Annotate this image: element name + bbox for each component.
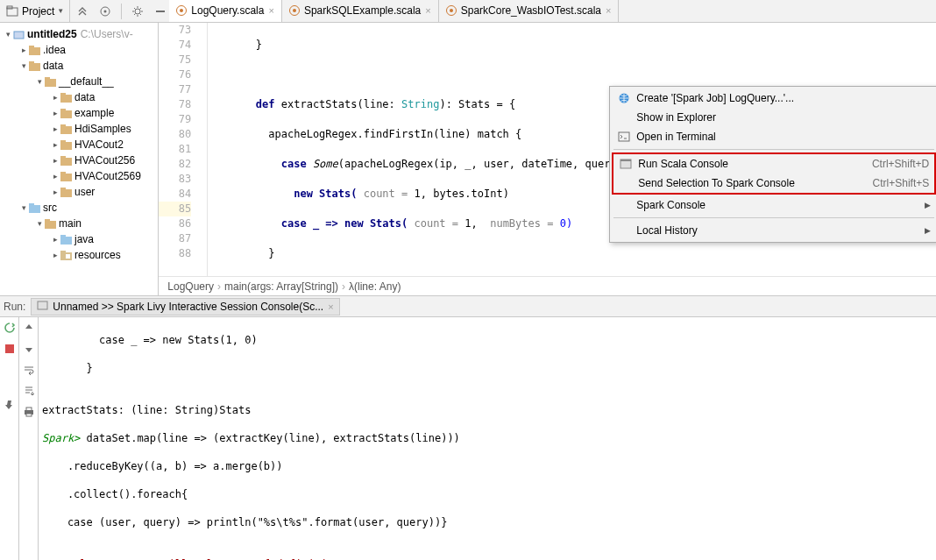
breadcrumb-item[interactable]: main(args: Array[String]) (224, 280, 338, 293)
svg-rect-23 (60, 174, 72, 181)
run-tool-window: Run: Unnamed >> Spark Livy Interactive S… (0, 295, 936, 560)
ctx-label: Spark Console (636, 199, 919, 211)
chevron-right-icon[interactable]: ▸ (19, 46, 28, 54)
chevron-right-icon[interactable]: ▸ (51, 109, 60, 117)
chevron-right-icon[interactable]: ▸ (51, 172, 60, 181)
rerun-icon[interactable] (3, 321, 17, 335)
chevron-right-icon[interactable]: ▸ (51, 235, 60, 244)
context-menu: Create '[Spark Job] LogQuery...'... Show… (609, 86, 936, 243)
close-icon[interactable]: × (425, 5, 430, 16)
chevron-down-icon[interactable]: ▾ (19, 61, 28, 70)
breadcrumb-item[interactable]: LogQuery (167, 280, 214, 293)
svg-rect-10 (29, 61, 34, 64)
ctx-show-in-explorer[interactable]: Show in Explorer (612, 108, 936, 127)
chevron-right-icon[interactable]: ▸ (51, 156, 60, 165)
chevron-right-icon[interactable]: ▸ (51, 140, 60, 149)
tab-sparkcore[interactable]: SparkCore_WasbIOTest.scala × (439, 0, 620, 22)
console-icon (619, 158, 633, 170)
ctx-shortcut: Ctrl+Shift+D (872, 158, 929, 170)
gutter: 737475 767778 798081 828384 858687 88 (159, 23, 208, 276)
svg-rect-13 (60, 95, 72, 103)
chevron-right-icon: › (217, 280, 221, 293)
run-tab-label: Unnamed >> Spark Livy Interactive Sessio… (53, 301, 323, 313)
tab-logquery[interactable]: LogQuery.scala × (169, 0, 282, 22)
svg-rect-40 (38, 301, 47, 309)
ctx-local-history[interactable]: Local History ▶ (612, 221, 936, 240)
stop-icon[interactable] (3, 342, 17, 356)
terminal-icon (617, 131, 631, 143)
breadcrumb-item[interactable]: λ(line: Any) (349, 280, 401, 293)
svg-rect-8 (29, 46, 34, 48)
folder-icon (44, 75, 56, 88)
resources-folder-icon (60, 249, 72, 261)
svg-rect-7 (29, 47, 40, 55)
chevron-right-icon: ▶ (925, 226, 931, 235)
scala-file-icon (446, 5, 457, 16)
chevron-right-icon[interactable]: ▸ (51, 188, 60, 196)
pin-icon[interactable] (3, 398, 17, 412)
console-output[interactable]: case _ => new Stats(1, 0) } extractStats… (39, 317, 936, 560)
breadcrumb[interactable]: LogQuery › main(args: Array[String]) › λ… (159, 276, 936, 295)
tree-item-label: data (74, 91, 95, 103)
project-selector[interactable]: Project ▼ (0, 0, 70, 22)
ctx-label: Show in Explorer (636, 111, 931, 124)
up-icon[interactable] (22, 321, 36, 335)
tree-item-label: HVACout2 (74, 138, 124, 151)
tree-item-label: HdiSamples (74, 123, 131, 135)
svg-rect-35 (66, 254, 70, 259)
chevron-right-icon[interactable]: ▸ (51, 93, 60, 102)
chevron-right-icon[interactable]: ▸ (51, 251, 60, 259)
folder-icon (60, 170, 72, 182)
ctx-run-scala-console[interactable]: Run Scala Console Ctrl+Shift+D (613, 154, 934, 174)
svg-rect-9 (29, 63, 40, 71)
ctx-send-selection-to-spark-console[interactable]: Send Selection To Spark Console Ctrl+Shi… (613, 174, 934, 193)
hide-icon[interactable] (153, 4, 167, 18)
down-icon[interactable] (22, 342, 36, 356)
project-selector-label: Project (22, 5, 54, 18)
svg-rect-17 (60, 126, 72, 134)
chevron-down-icon[interactable]: ▾ (4, 30, 12, 39)
run-label: Run: (4, 301, 25, 313)
tree-item-label: src (43, 202, 57, 214)
chevron-down-icon[interactable]: ▾ (35, 77, 44, 86)
scala-file-icon (289, 5, 300, 16)
svg-rect-5 (156, 11, 165, 12)
chevron-down-icon[interactable]: ▾ (35, 219, 44, 228)
svg-rect-12 (45, 77, 50, 80)
close-icon[interactable]: × (606, 5, 611, 16)
console-line: .reduceByKey((a, b) => a.merge(b)) (42, 459, 932, 473)
target-icon[interactable] (98, 4, 112, 18)
chevron-down-icon[interactable]: ▾ (19, 203, 28, 212)
svg-rect-27 (29, 205, 40, 213)
separator (613, 217, 934, 218)
console-line: Spark> dataSet.map(line => (extractKey(l… (42, 431, 932, 445)
close-icon[interactable]: × (328, 301, 333, 312)
gear-icon[interactable] (131, 4, 145, 18)
console-icon (37, 300, 48, 314)
tab-sparksqlexample[interactable]: SparkSQLExample.scala × (282, 0, 439, 22)
run-toolbar-2 (19, 317, 39, 560)
svg-rect-29 (45, 221, 56, 229)
soft-wrap-icon[interactable] (22, 363, 36, 377)
chevron-right-icon[interactable]: ▸ (51, 124, 60, 133)
folder-icon (60, 107, 72, 119)
close-icon[interactable]: × (268, 5, 273, 16)
scroll-to-end-icon[interactable] (22, 384, 36, 398)
tree-item-label: resources (74, 249, 121, 261)
print-icon[interactable] (22, 405, 36, 419)
svg-rect-6 (14, 32, 24, 39)
tree-item-label: HVACout2569 (74, 170, 141, 182)
svg-rect-11 (45, 79, 56, 87)
svg-rect-44 (26, 414, 32, 416)
project-icon (5, 4, 19, 18)
ctx-spark-console[interactable]: Spark Console ▶ (612, 195, 936, 215)
svg-rect-19 (60, 142, 72, 150)
tree-item-label: data (43, 60, 63, 72)
project-tree[interactable]: ▾ untitled25 C:\Users\v- ▸.idea ▾data ▾_… (0, 23, 159, 295)
run-tab[interactable]: Unnamed >> Spark Livy Interactive Sessio… (31, 298, 339, 315)
collapse-icon[interactable] (75, 4, 89, 18)
separator (121, 4, 122, 19)
ctx-create-spark-job[interactable]: Create '[Spark Job] LogQuery...'... (612, 89, 936, 108)
svg-rect-20 (60, 140, 66, 143)
ctx-open-in-terminal[interactable]: Open in Terminal (612, 127, 936, 146)
